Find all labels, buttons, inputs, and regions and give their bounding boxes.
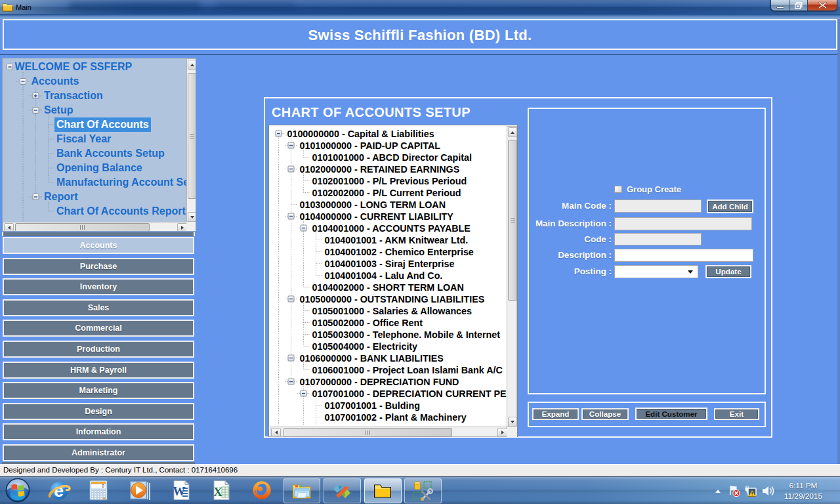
svg-text:!: ! <box>751 491 753 497</box>
svg-text:0: 0 <box>102 484 104 489</box>
svg-text:X: X <box>213 485 222 499</box>
